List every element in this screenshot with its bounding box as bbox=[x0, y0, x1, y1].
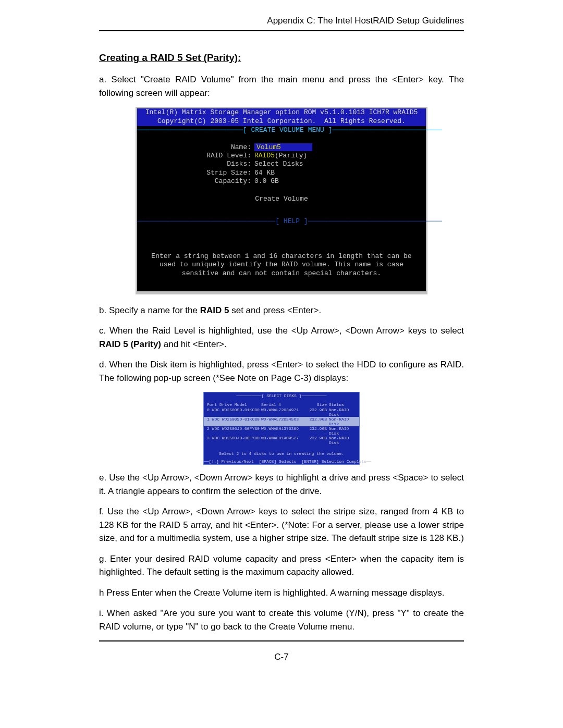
page-header: Appendix C: The Intel HostRAID Setup Gui… bbox=[99, 16, 464, 31]
select-disks-hint: Select 2 to 4 disks to use in creating t… bbox=[204, 445, 359, 459]
select-disks-header: Port Drive Model Serial # Size Status bbox=[204, 398, 359, 408]
bios-create-volume-menu-tag: ──────────────────────────[ CREATE VOLUM… bbox=[137, 126, 426, 143]
select-disks-row[interactable]: 3 WDC WD2500JD-00FYB0WD-WMAEH1409527232.… bbox=[204, 436, 359, 445]
bios-strip-size-value[interactable]: 64 KB bbox=[254, 169, 275, 177]
section-title: Creating a RAID 5 Set (Parity): bbox=[99, 52, 464, 64]
bios-help-text: Enter a string between 1 and 16 characte… bbox=[137, 225, 426, 291]
bios-name-label: Name: bbox=[137, 143, 254, 152]
bios-raid-level-value[interactable]: RAID5(Parity) bbox=[254, 152, 307, 160]
bios-capacity-value[interactable]: 0.0 GB bbox=[254, 177, 279, 186]
step-h: h Press Enter when the Create Volume ite… bbox=[99, 586, 464, 600]
bios-screenshot: Intel(R) Matrix Storage Manager option R… bbox=[136, 107, 427, 294]
select-disks-row[interactable]: 2 WDC WD2500JD-00FYB0WD-WMAEH1376309232.… bbox=[204, 426, 359, 436]
step-b: b. Specify a name for the RAID 5 set and… bbox=[99, 304, 464, 317]
select-disks-title: ──────────[ SELECT DISKS ]────────── bbox=[204, 393, 359, 398]
step-g: g. Enter your desired RAID volume capaci… bbox=[99, 552, 464, 579]
step-d: d. When the Disk item is highlighted, pr… bbox=[99, 358, 464, 385]
select-disks-row[interactable]: 0 WDC WD2500SD-01KCB0WD-WMAL72034971232.… bbox=[204, 408, 359, 417]
bios-help-tag: ──────────────────────────────────[ HELP… bbox=[137, 217, 426, 225]
bios-title-line-2: Copyright(C) 2003-05 Intel Corporation. … bbox=[137, 117, 426, 126]
step-f: f. Use the <Up Arrow>, <Down Arrow> keys… bbox=[99, 505, 464, 545]
select-disks-row[interactable]: 1 WDC WD2500SD-01KCB0WD-WMAL72054563232.… bbox=[204, 417, 359, 426]
bios-raid-level-label: RAID Level: bbox=[137, 152, 254, 160]
step-e: e. Use the <Up Arrow>, <Down Arrow> keys… bbox=[99, 471, 464, 498]
bios-disks-value[interactable]: Select Disks bbox=[254, 160, 303, 168]
step-i: i. When asked "Are you sure you want to … bbox=[99, 607, 464, 633]
bios-name-value[interactable]: Volum5 bbox=[254, 143, 312, 151]
select-disks-footer: ──[↑↓]-Previous/Next [SPACE]-Selects [EN… bbox=[204, 459, 359, 464]
select-disks-popup: ──────────[ SELECT DISKS ]────────── Por… bbox=[203, 392, 360, 465]
bios-create-volume-action[interactable]: Create Volume bbox=[137, 186, 426, 217]
bios-strip-size-label: Strip Size: bbox=[137, 169, 254, 177]
step-a: a. Select "Create RAID Volume" from the … bbox=[99, 73, 464, 100]
document-page: Appendix C: The Intel HostRAID Setup Gui… bbox=[0, 16, 563, 662]
bios-capacity-label: Capacity: bbox=[137, 177, 254, 186]
page-number: C-7 bbox=[99, 640, 464, 662]
bios-disks-label: Disks: bbox=[137, 160, 254, 168]
bios-title-line-1: Intel(R) Matrix Storage Manager option R… bbox=[137, 108, 426, 117]
step-c: c. When the Raid Level is highlighted, u… bbox=[99, 324, 464, 351]
